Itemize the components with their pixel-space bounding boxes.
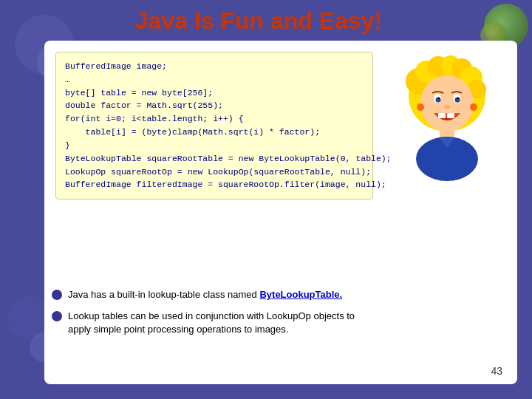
svg-point-15: [444, 105, 450, 109]
code-line-8: ByteLookupTable squareRootTable = new By…: [65, 152, 364, 166]
svg-point-14: [457, 98, 459, 99]
slide-title: Java Is Fun and Easy!: [44, 7, 473, 35]
code-line-7: }: [65, 139, 364, 152]
page-number: 43: [491, 365, 502, 377]
code-line-2: …: [65, 73, 364, 86]
svg-point-13: [438, 98, 440, 99]
code-block: BufferedImage image; … byte[] table = ne…: [55, 52, 373, 200]
bullet-dot-2: [52, 311, 62, 321]
bullet-text-2: Lookup tables can be used in conjunction…: [68, 310, 373, 336]
code-line-4: double factor = Math.sqrt(255);: [65, 99, 364, 112]
svg-point-8: [420, 75, 474, 132]
code-line-3: byte[] table = new byte[256];: [65, 86, 364, 100]
bullet-dot-1: [52, 290, 62, 300]
bullet-list: Java has a built-in lookup-table class n…: [52, 288, 373, 344]
bullet-text-1: Java has a built-in lookup-table class n…: [68, 288, 373, 301]
svg-point-19: [470, 103, 477, 111]
highlight-bytelookuptable: ByteLookupTable.: [259, 289, 342, 300]
code-line-10: BufferedImage filteredImage = squareRoot…: [65, 178, 364, 191]
svg-rect-17: [447, 113, 454, 118]
code-line-5: for(int i=0; i<table.length; i++) {: [65, 112, 364, 126]
character-illustration: [381, 52, 514, 185]
svg-rect-16: [438, 113, 446, 118]
code-line-9: LookupOp squareRootOp = new LookupOp(squ…: [65, 166, 364, 179]
code-line-6: table[i] = (byte)clamp(Math.sqrt(i) * fa…: [65, 126, 364, 139]
content-area: BufferedImage image; … byte[] table = ne…: [44, 41, 517, 384]
code-line-1: BufferedImage image;: [65, 60, 364, 73]
svg-point-18: [417, 103, 424, 111]
character-svg: [388, 55, 506, 181]
bullet-item-1: Java has a built-in lookup-table class n…: [52, 288, 373, 301]
slide: Java Is Fun and Easy! BufferedImage imag…: [0, 0, 532, 399]
bullet-item-2: Lookup tables can be used in conjunction…: [52, 310, 373, 336]
